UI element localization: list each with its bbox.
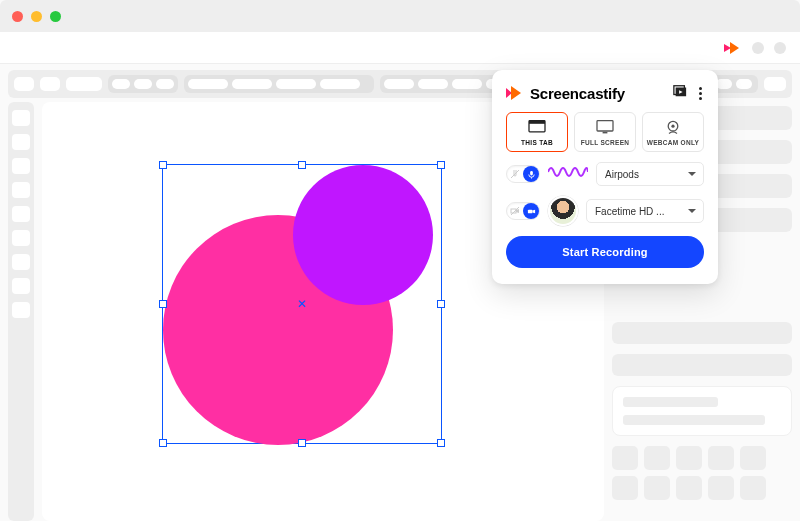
minimize-window-button[interactable] xyxy=(31,11,42,22)
shape-purple-circle[interactable] xyxy=(293,165,433,305)
extension-placeholder-icon[interactable] xyxy=(752,42,764,54)
recording-mode-selector: THIS TAB FULL SCREEN WEBCAM ONLY xyxy=(506,112,704,152)
start-recording-button[interactable]: Start Recording xyxy=(506,236,704,268)
screencastify-extension-icon[interactable] xyxy=(724,41,742,55)
grid-button[interactable] xyxy=(644,476,670,500)
grid-button[interactable] xyxy=(740,446,766,470)
mode-this-tab[interactable]: THIS TAB xyxy=(506,112,568,152)
toolbar-group[interactable] xyxy=(184,75,374,93)
grid-button[interactable] xyxy=(676,446,702,470)
tool-button[interactable] xyxy=(12,230,30,246)
toolbar-group[interactable] xyxy=(108,75,178,93)
audio-waveform-icon xyxy=(548,163,588,185)
svg-marker-20 xyxy=(532,209,535,213)
grid-button[interactable] xyxy=(676,476,702,500)
panel-row[interactable] xyxy=(612,322,792,344)
mode-this-tab-label: THIS TAB xyxy=(521,139,553,146)
svg-marker-3 xyxy=(511,86,521,100)
videos-library-icon[interactable] xyxy=(673,84,687,102)
panel-group xyxy=(612,386,792,436)
camera-device-select[interactable]: Facetime HD ... xyxy=(586,199,704,223)
svg-line-13 xyxy=(511,170,519,178)
svg-rect-8 xyxy=(529,121,545,124)
start-recording-label: Start Recording xyxy=(562,246,648,258)
svg-marker-0 xyxy=(724,44,731,52)
camera-off-icon xyxy=(510,202,520,220)
mode-webcam-only-label: WEBCAM ONLY xyxy=(647,139,700,146)
tool-button[interactable] xyxy=(12,182,30,198)
selection-box[interactable]: ✕ xyxy=(162,164,442,444)
panel-button-grid xyxy=(612,446,792,500)
close-window-button[interactable] xyxy=(12,11,23,22)
resize-handle[interactable] xyxy=(298,161,306,169)
microphone-device-label: Airpods xyxy=(605,169,639,180)
tool-button[interactable] xyxy=(12,278,30,294)
panel-label xyxy=(623,415,765,425)
brand-prefix: Screen xyxy=(530,85,579,102)
toolbar-button[interactable] xyxy=(40,77,60,91)
svg-rect-10 xyxy=(603,132,608,134)
tool-button[interactable] xyxy=(12,134,30,150)
screencastify-logo-icon xyxy=(506,85,524,101)
svg-marker-1 xyxy=(730,42,739,54)
resize-handle[interactable] xyxy=(159,300,167,308)
webcam-only-icon xyxy=(663,119,683,135)
camera-row: Facetime HD ... xyxy=(506,196,704,226)
microphone-row: Airpods xyxy=(506,162,704,186)
tool-button[interactable] xyxy=(12,254,30,270)
grid-button[interactable] xyxy=(708,446,734,470)
webcam-preview-avatar xyxy=(548,196,578,226)
microphone-device-select[interactable]: Airpods xyxy=(596,162,704,186)
microphone-toggle[interactable] xyxy=(506,165,540,183)
camera-device-label: Facetime HD ... xyxy=(595,206,664,217)
tool-button[interactable] xyxy=(12,206,30,222)
resize-handle[interactable] xyxy=(159,161,167,169)
mode-webcam-only[interactable]: WEBCAM ONLY xyxy=(642,112,704,152)
maximize-window-button[interactable] xyxy=(50,11,61,22)
panel-row[interactable] xyxy=(612,354,792,376)
resize-handle[interactable] xyxy=(437,300,445,308)
tool-button[interactable] xyxy=(12,302,30,318)
svg-rect-14 xyxy=(530,170,533,175)
grid-button[interactable] xyxy=(644,446,670,470)
panel-label xyxy=(623,397,718,407)
mode-full-screen[interactable]: FULL SCREEN xyxy=(574,112,636,152)
toolbar-button[interactable] xyxy=(764,77,786,91)
window-titlebar xyxy=(0,0,800,32)
browser-address-bar xyxy=(0,32,800,64)
left-tool-rail xyxy=(8,102,34,521)
resize-handle[interactable] xyxy=(437,161,445,169)
tool-button[interactable] xyxy=(12,110,30,126)
toolbar-button[interactable] xyxy=(66,77,102,91)
microphone-icon xyxy=(523,166,539,182)
more-options-icon[interactable] xyxy=(697,85,704,102)
brand-suffix: castify xyxy=(579,85,625,102)
grid-button[interactable] xyxy=(740,476,766,500)
full-screen-icon xyxy=(595,119,615,135)
toolbar-group[interactable] xyxy=(712,75,758,93)
grid-button[interactable] xyxy=(612,446,638,470)
camera-icon xyxy=(523,203,539,219)
extension-placeholder-icon[interactable] xyxy=(774,42,786,54)
resize-handle[interactable] xyxy=(298,439,306,447)
toolbar-button[interactable] xyxy=(14,77,34,91)
screencastify-popup: Screencastify THIS TAB FULL SCREEN xyxy=(492,70,718,284)
screencastify-logo: Screencastify xyxy=(506,85,625,102)
this-tab-icon xyxy=(527,119,547,135)
svg-rect-19 xyxy=(527,209,532,213)
svg-rect-9 xyxy=(597,121,613,131)
tool-button[interactable] xyxy=(12,158,30,174)
svg-point-12 xyxy=(671,125,674,128)
grid-button[interactable] xyxy=(612,476,638,500)
resize-handle[interactable] xyxy=(437,439,445,447)
window-controls xyxy=(12,11,61,22)
resize-handle[interactable] xyxy=(159,439,167,447)
microphone-muted-icon xyxy=(510,165,520,183)
selection-center-icon: ✕ xyxy=(297,297,307,311)
grid-button[interactable] xyxy=(708,476,734,500)
camera-toggle[interactable] xyxy=(506,202,540,220)
mode-full-screen-label: FULL SCREEN xyxy=(581,139,630,146)
